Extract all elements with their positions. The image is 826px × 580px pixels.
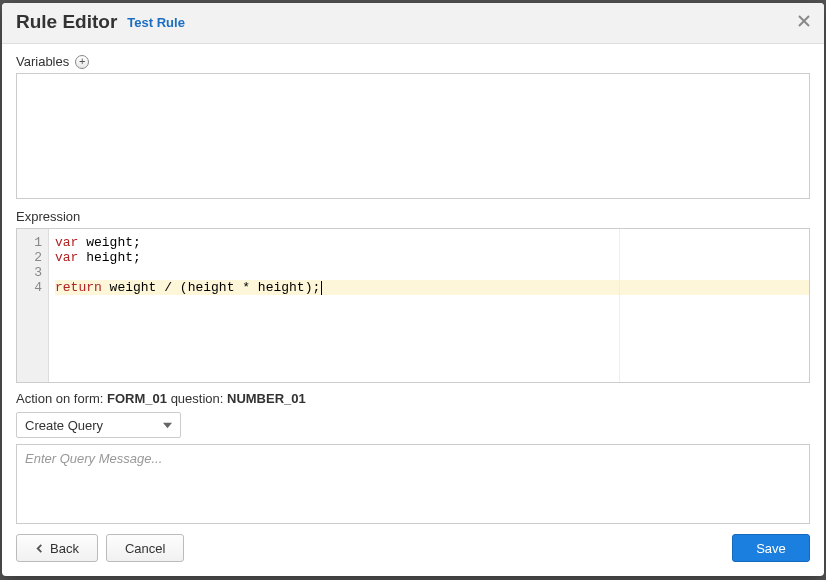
action-question: NUMBER_01 — [227, 391, 306, 406]
code-keyword: return — [55, 280, 102, 295]
action-prefix: Action on form: — [16, 391, 107, 406]
add-variable-button[interactable]: + — [75, 55, 89, 69]
save-button[interactable]: Save — [732, 534, 810, 562]
code-text: weight / (height * height); — [102, 280, 320, 295]
query-message-placeholder: Enter Query Message... — [25, 451, 162, 466]
variables-input[interactable] — [16, 73, 810, 199]
action-middle: question: — [167, 391, 227, 406]
chevron-down-icon — [163, 418, 172, 433]
action-select[interactable]: Create Query — [16, 412, 181, 438]
back-button[interactable]: Back — [16, 534, 98, 562]
rule-editor-modal: Rule Editor Test Rule Variables + Expres… — [2, 3, 824, 576]
code-line: var weight; — [55, 235, 809, 250]
action-label: Action on form: FORM_01 question: NUMBER… — [16, 391, 810, 406]
expression-label: Expression — [16, 209, 80, 224]
code-keyword: var — [55, 235, 78, 250]
cancel-button[interactable]: Cancel — [106, 534, 184, 562]
query-message-input[interactable]: Enter Query Message... — [16, 444, 810, 524]
modal-title: Rule Editor — [16, 11, 117, 33]
code-line — [55, 265, 809, 280]
expression-label-row: Expression — [16, 209, 810, 224]
variables-label-row: Variables + — [16, 54, 810, 69]
code-line: var height; — [55, 250, 809, 265]
action-form: FORM_01 — [107, 391, 167, 406]
line-number: 2 — [17, 250, 42, 265]
close-icon — [798, 13, 810, 30]
editor-ruler — [619, 229, 620, 382]
line-number: 4 — [17, 280, 42, 295]
cancel-button-label: Cancel — [125, 541, 165, 556]
svg-marker-2 — [163, 422, 172, 427]
modal-header: Rule Editor Test Rule — [2, 3, 824, 44]
line-number-gutter: 1 2 3 4 — [17, 229, 49, 382]
close-button[interactable] — [798, 13, 810, 31]
text-cursor — [321, 281, 322, 295]
plus-icon: + — [79, 56, 85, 67]
modal-footer: Back Cancel Save — [2, 524, 824, 576]
code-line-active: return weight / (height * height); — [55, 280, 809, 295]
save-button-label: Save — [756, 541, 786, 556]
code-keyword: var — [55, 250, 78, 265]
code-text: height; — [78, 250, 140, 265]
action-select-wrap: Create Query — [16, 412, 181, 438]
line-number: 1 — [17, 235, 42, 250]
modal-body: Variables + Expression 1 2 3 4 var weigh… — [2, 44, 824, 524]
line-number: 3 — [17, 265, 42, 280]
code-area[interactable]: var weight; var height; return weight / … — [49, 229, 809, 382]
expression-editor[interactable]: 1 2 3 4 var weight; var height; return w… — [16, 228, 810, 383]
back-button-label: Back — [50, 541, 79, 556]
code-text: weight; — [78, 235, 140, 250]
test-rule-link[interactable]: Test Rule — [127, 15, 185, 30]
variables-label: Variables — [16, 54, 69, 69]
select-value: Create Query — [25, 418, 103, 433]
chevron-left-icon — [35, 541, 50, 556]
